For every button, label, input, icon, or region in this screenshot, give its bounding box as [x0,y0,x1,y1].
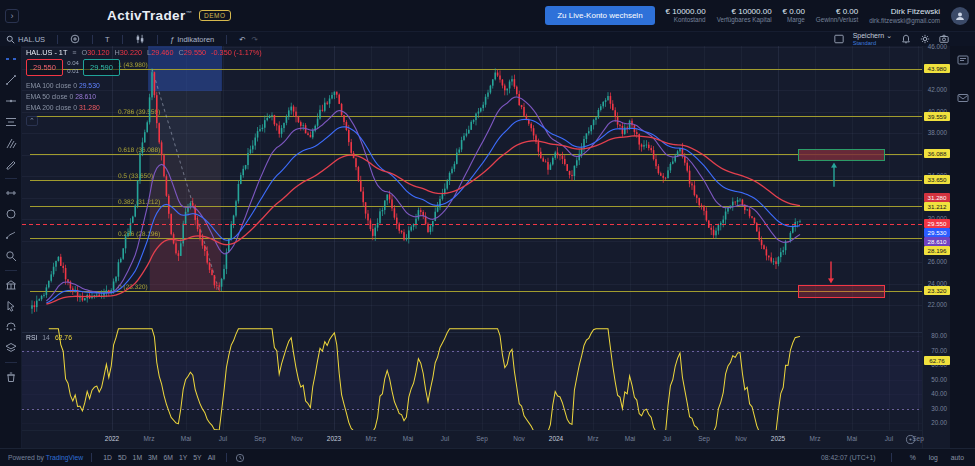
range-button-1d[interactable]: 1D [100,454,115,461]
chart-type-button[interactable] [135,34,145,44]
price-axis-label: 42.000 [928,86,947,93]
percent-scale-button[interactable]: % [907,454,919,461]
header-right: Zu Live-Konto wechseln € 10000.00Kontost… [545,6,975,25]
time-axis-month: Nov [513,435,525,442]
range-button-3m[interactable]: 3M [145,454,160,461]
price-axis-label: 38.000 [928,129,947,136]
right-icon-rail [950,46,975,448]
horizontal-line-tool[interactable] [3,94,19,108]
bottom-bar: Powered by TradingView 1D5D1M3M6M1Y5YAll… [0,448,975,466]
collapse-legend-button[interactable]: ⌃ [26,116,38,126]
header: › ActivTrader™ DEMO Zu Live-Konto wechse… [0,0,975,32]
time-axis-year: 2024 [549,435,563,442]
trendline-tool[interactable] [3,73,19,87]
stat-balance: € 10000.00Kontostand [666,7,706,23]
person-icon [955,11,965,21]
activtrader-app: › ActivTrader™ DEMO Zu Live-Konto wechse… [0,0,975,466]
rsi-axis-label: 30.00 [931,405,947,412]
symbol-legend: HAL.US - 1T ≡ O30.120 H30.220 L29.460 C2… [26,48,262,57]
price-badge-fib: 31.212 [924,202,950,211]
rsi-axis-label: 40.00 [931,390,947,397]
delete-drawings-tool[interactable] [3,370,19,384]
time-axis-month: Mrz [366,435,377,442]
range-button-1y[interactable]: 1Y [176,454,190,461]
pencil-tool[interactable] [3,157,19,171]
symbol-search-button[interactable]: HAL.US [6,35,45,44]
price-badge-ema100: 29.530 [924,228,950,237]
cursor-arrow-tool[interactable] [3,299,19,313]
range-button-5d[interactable]: 5D [115,454,130,461]
switch-to-live-button[interactable]: Zu Live-Konto wechseln [545,6,654,25]
price-chart-canvas[interactable] [22,46,922,430]
quote-widget: 29.550 0.040.01 29.590 [26,59,120,76]
chevron-down-icon: ⌄ [886,32,892,39]
sidebar-expand-button[interactable]: › [5,9,19,23]
chart-toolbar: HAL.US T ƒ Indikatoren ↶ ↷ [0,32,975,47]
range-button-6m[interactable]: 6M [161,454,176,461]
alerts-button[interactable] [901,34,911,44]
price-badge-fib: 39.559 [924,112,950,121]
auto-scale-button[interactable]: auto [948,454,967,461]
price-axis-label: 26.000 [928,258,947,265]
range-button-1m[interactable]: 1M [130,454,145,461]
layout-button[interactable] [834,34,844,44]
log-scale-button[interactable]: log [926,454,941,461]
crosshair-tool[interactable] [3,52,19,66]
indicators-button[interactable]: ƒ Indikatoren [170,35,215,44]
search-icon [6,35,15,44]
time-axis-year: 2023 [327,435,341,442]
time-axis-month: Mai [403,435,413,442]
brush-tool[interactable] [3,228,19,242]
measure-tool[interactable] [3,186,19,200]
price-axis[interactable]: 46.00044.00042.00040.00038.00036.00034.0… [922,46,950,448]
rsi-axis-label: 80.00 [931,332,947,339]
save-template-dropdown[interactable]: Speichern ⌄ Standard [853,32,892,46]
layers-tool[interactable] [3,341,19,355]
time-axis-month: Nov [735,435,747,442]
time-axis-month: Mrz [810,435,821,442]
buy-button[interactable]: 29.590 [83,59,120,76]
news-panel-button[interactable] [957,54,969,66]
pitchfork-tool[interactable] [3,136,19,150]
price-axis-label: 46.000 [928,43,947,50]
sell-button[interactable]: 29.550 [26,59,63,76]
legend-symbol: HAL.US - 1T [26,48,67,57]
rsi-value-badge: 62.76 [924,356,950,365]
range-button-5y[interactable]: 5Y [190,454,204,461]
time-axis[interactable]: 2022MrzMaiJulSepNov2023MrzMaiJulSepNov20… [22,430,922,448]
rsi-axis-label: 50.00 [931,376,947,383]
powered-by-label: Powered by [8,454,44,461]
fib-retracement-tool[interactable] [3,115,19,129]
clock-label: 08:42:07 (UTC+1) [821,454,876,461]
rsi-legend: RSI 14 62.76 [26,334,72,341]
compare-add-button[interactable] [70,34,80,44]
price-badge-fib: 23.320 [924,286,950,295]
go-to-date-button[interactable] [235,453,245,463]
legend-menu-icon[interactable]: ≡ [72,49,76,56]
tradingview-link[interactable]: TradingView [46,454,83,461]
user-info: Dirk Fitzewskidirk.fitzewski@gmail.com [869,7,940,24]
price-badge-price: 29.550 [924,219,950,228]
demo-badge: DEMO [199,10,231,21]
messages-button[interactable] [957,92,969,104]
price-badge-fib: 43.980 [924,64,950,73]
zoom-tool[interactable] [3,249,19,263]
app-logo: ActivTrader™ [107,8,192,23]
prediction-tool[interactable] [3,320,19,334]
redo-button[interactable]: ↷ [252,35,258,44]
fx-icon: ƒ [170,35,174,44]
time-axis-year: 2025 [771,435,785,442]
interval-button[interactable]: T [105,35,110,44]
avatar[interactable] [951,7,969,25]
time-axis-month: Mrz [588,435,599,442]
time-axis-month: Mai [847,435,857,442]
range-button-all[interactable]: All [205,454,219,461]
price-badge-fib: 36.088 [924,149,950,158]
undo-button[interactable]: ↶ [239,35,245,44]
ema200-legend-row: EMA 200 close 0 31.280 [26,102,100,113]
bell-icon [901,34,911,44]
patterns-tool[interactable] [3,278,19,292]
price-axis-label: 22.000 [928,301,947,308]
price-badge-ema200: 31.280 [924,193,950,202]
ellipse-tool[interactable] [3,207,19,221]
